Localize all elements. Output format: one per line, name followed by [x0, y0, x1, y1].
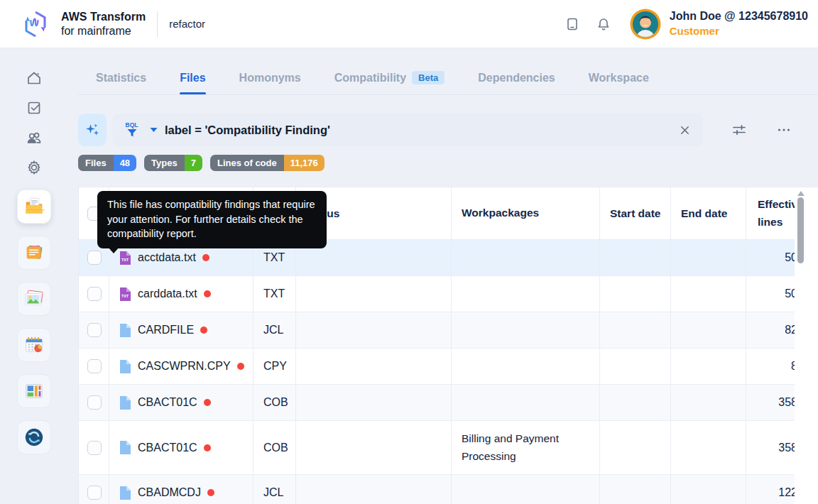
- col-end-date: End date: [671, 187, 746, 239]
- bql-query-input[interactable]: [165, 124, 669, 137]
- row-checkbox[interactable]: [87, 359, 102, 373]
- row-checkbox[interactable]: [87, 251, 102, 265]
- badge-value: 11,176: [284, 155, 325, 171]
- user-name: John Doe @ 12345678910: [670, 9, 808, 24]
- ai-assist-button[interactable]: [78, 114, 107, 146]
- sidebar-item-images[interactable]: [17, 282, 51, 316]
- file-name: CBACT01C: [138, 396, 197, 409]
- file-effective-lines: 50: [758, 251, 795, 264]
- tab-label: Statistics: [96, 72, 146, 84]
- compatibility-finding-dot[interactable]: [207, 489, 214, 496]
- file-workpackages: [452, 276, 600, 312]
- vertical-scrollbar[interactable]: [797, 197, 804, 263]
- chevron-down-icon[interactable]: [150, 127, 158, 133]
- badge-value: 48: [114, 155, 136, 171]
- svg-text:TXT: TXT: [121, 258, 129, 262]
- sidebar-item-dashboard[interactable]: [17, 374, 51, 408]
- users-icon[interactable]: [26, 129, 43, 146]
- tab-statistics[interactable]: Statistics: [96, 65, 146, 94]
- compatibility-finding-dot[interactable]: [200, 327, 207, 334]
- column-settings-icon[interactable]: [731, 121, 748, 138]
- folder-documents-icon: [23, 196, 45, 217]
- file-name: CARDFILE: [138, 324, 194, 336]
- file-workpackages: Billing and Payment Processing: [452, 421, 600, 474]
- beta-badge: Beta: [412, 71, 445, 84]
- file-end-date: [671, 385, 746, 420]
- table-row[interactable]: CARDFILE JCL 82: [79, 312, 795, 349]
- txt-file-icon: TXT: [119, 287, 131, 302]
- row-checkbox[interactable]: [87, 395, 102, 410]
- file-start-date: [600, 349, 671, 384]
- more-options-icon[interactable]: [775, 121, 792, 138]
- file-name: CBACT01C: [138, 442, 197, 454]
- file-effective-lines: 82: [758, 324, 795, 336]
- notes-icon: [23, 242, 45, 263]
- col-start-date: Start date: [600, 187, 671, 239]
- txt-file-icon: TXT: [119, 251, 131, 265]
- settings-gear-icon[interactable]: [26, 159, 43, 176]
- home-icon[interactable]: [26, 70, 43, 87]
- clear-filter-icon[interactable]: [676, 121, 693, 138]
- file-start-date: [600, 276, 671, 312]
- calendar-chart-icon: [23, 334, 45, 356]
- tasks-icon[interactable]: [26, 99, 43, 116]
- compatibility-finding-dot[interactable]: [204, 399, 211, 406]
- svg-text:BQL: BQL: [126, 121, 138, 128]
- aws-transform-logo-icon: [18, 7, 53, 41]
- avatar: [630, 9, 661, 40]
- tab-bar: Statistics Files Homonyms Compatibility …: [78, 65, 818, 95]
- sidebar-item-sync[interactable]: [17, 420, 51, 454]
- sidebar-item-calendar[interactable]: [17, 328, 51, 362]
- tab-compatibility[interactable]: Compatibility Beta: [334, 65, 445, 94]
- file-effective-lines: 8: [758, 360, 795, 373]
- file-icon: [119, 359, 131, 374]
- compatibility-finding-dot[interactable]: [204, 290, 211, 297]
- file-status: [296, 475, 452, 504]
- file-end-date: [671, 349, 746, 384]
- user-role: Customer: [670, 24, 808, 38]
- notifications-bell-icon[interactable]: [596, 16, 611, 32]
- row-checkbox[interactable]: [87, 287, 102, 301]
- compatibility-finding-dot[interactable]: [237, 363, 244, 370]
- sync-globe-icon: [23, 427, 45, 448]
- row-checkbox[interactable]: [87, 441, 102, 455]
- file-workpackages: [452, 475, 600, 504]
- table-row[interactable]: TXT carddata.txt TXT 50: [79, 276, 795, 312]
- sidebar-item-files[interactable]: [17, 190, 51, 224]
- tab-workspace[interactable]: Workspace: [589, 65, 649, 94]
- brand-divider: [157, 11, 158, 37]
- compatibility-finding-dot[interactable]: [204, 444, 211, 451]
- table-row[interactable]: CASCWPRN.CPY CPY 8: [79, 349, 795, 385]
- file-status: [296, 421, 452, 474]
- row-checkbox[interactable]: [87, 323, 102, 337]
- tab-homonyms[interactable]: Homonyms: [239, 65, 301, 94]
- scroll-up-arrow-icon[interactable]: [797, 191, 805, 196]
- file-workpackages: [452, 240, 600, 275]
- user-menu[interactable]: John Doe @ 12345678910 Customer: [630, 9, 808, 40]
- file-start-date: [600, 475, 671, 504]
- table-row[interactable]: CBACT01C COB Billing and Payment Process…: [79, 421, 795, 475]
- file-name: CBADMCDJ: [138, 486, 201, 499]
- table-row[interactable]: CBADMCDJ JCL 122: [79, 475, 795, 504]
- file-type: COB: [253, 421, 296, 474]
- file-workpackages: [452, 349, 600, 384]
- file-start-date: [600, 385, 671, 420]
- brand: AWS Transform for mainframe refactor: [18, 7, 205, 41]
- sparkles-icon: [84, 121, 101, 138]
- compatibility-finding-dot[interactable]: [202, 254, 209, 261]
- tooltip-caret: [108, 247, 119, 253]
- sidebar: [0, 48, 68, 504]
- sidebar-item-notes[interactable]: [17, 236, 51, 270]
- bql-filter-bar[interactable]: BQL: [112, 114, 703, 146]
- tab-dependencies[interactable]: Dependencies: [478, 65, 555, 94]
- file-workpackages: [452, 312, 600, 348]
- table-row[interactable]: CBACT01C COB 358: [79, 385, 795, 421]
- product-name: refactor: [169, 18, 205, 30]
- file-end-date: [671, 421, 746, 474]
- tab-files[interactable]: Files: [180, 65, 205, 94]
- file-type: TXT: [253, 276, 296, 312]
- badge-label: Lines of code: [210, 155, 284, 171]
- file-name: acctdata.txt: [138, 251, 196, 264]
- row-checkbox[interactable]: [87, 486, 102, 500]
- documentation-icon[interactable]: [565, 16, 580, 32]
